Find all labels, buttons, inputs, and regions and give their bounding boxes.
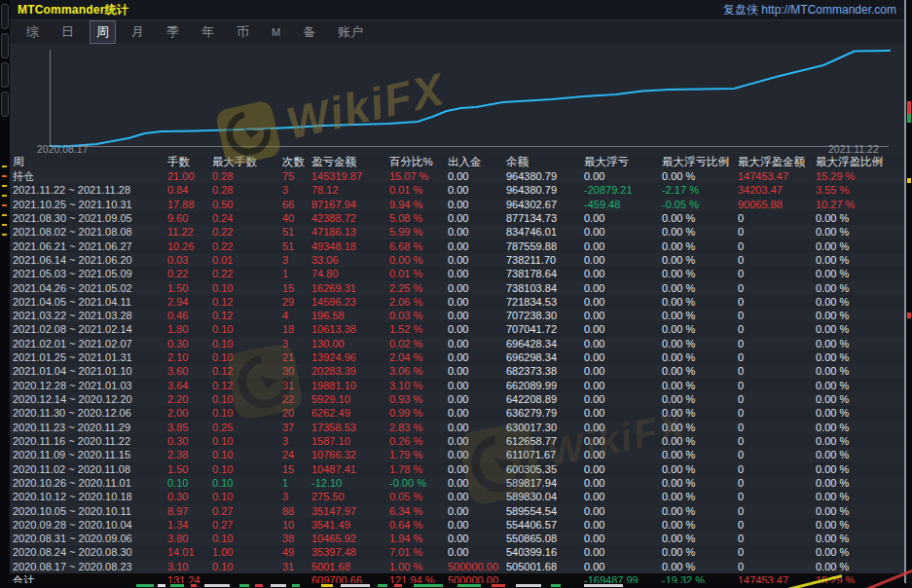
cell: 0.10 <box>212 532 282 545</box>
cell: 0.00 <box>584 448 662 461</box>
column-header: 最大浮盈比例 <box>816 154 904 169</box>
menu-item-日[interactable]: 日 <box>55 20 81 44</box>
menu-item-月[interactable]: 月 <box>125 20 151 44</box>
cell: 3.85 <box>167 421 212 434</box>
cell: 2.94 <box>167 295 212 309</box>
menu-item-账户[interactable]: 账户 <box>331 20 370 44</box>
cell: 13924.96 <box>311 350 389 364</box>
cell: 2021.01.04 ~ 2021.01.10 <box>13 364 167 378</box>
cell: 0.00 % <box>816 379 904 392</box>
table-row[interactable]: 2021.08.30 ~ 2021.09.059.600.244042388.7… <box>10 211 904 225</box>
menu-item-综[interactable]: 综 <box>19 20 46 44</box>
table-row[interactable]: 2021.02.08 ~ 2021.02.141.800.101810613.3… <box>10 322 904 336</box>
menu-item-M[interactable]: M <box>265 23 287 41</box>
menu-bar: 综日周月季年币M备账户 <box>10 20 904 45</box>
cell: 2020.08.31 ~ 2020.09.06 <box>13 532 167 545</box>
cell: 0.00 <box>584 295 662 309</box>
cell: 0 <box>738 518 816 532</box>
cell: 787559.88 <box>506 239 584 253</box>
table-row[interactable]: 2020.11.30 ~ 2020.12.062.000.10206262.49… <box>10 406 904 420</box>
cell: 696298.34 <box>506 350 584 364</box>
table-row[interactable]: 2021.04.26 ~ 2021.05.021.500.101516269.3… <box>10 281 904 295</box>
table-row[interactable]: 2021.06.21 ~ 2021.06.2710.260.225149348.… <box>10 239 904 253</box>
table-row[interactable]: 2020.12.28 ~ 2021.01.033.640.123119881.1… <box>10 379 904 392</box>
menu-item-币[interactable]: 币 <box>230 20 256 44</box>
cell: 21 <box>282 350 311 364</box>
cell: 0.00 % <box>662 267 738 280</box>
table-row[interactable]: 2021.01.25 ~ 2021.01.312.100.102113924.9… <box>10 350 904 364</box>
cell: 0.30 <box>167 337 212 350</box>
background-chart-marks <box>2 165 7 243</box>
cell: 35397.48 <box>311 545 389 559</box>
menu-item-年[interactable]: 年 <box>195 20 221 44</box>
cell: 0.10 <box>212 462 282 476</box>
cell: 2020.09.28 ~ 2020.10.04 <box>13 518 167 532</box>
cell: 0.00 <box>448 183 506 197</box>
cell: 1587.10 <box>311 434 389 448</box>
cell: 0.00 % <box>816 281 904 295</box>
cell: 0.00 <box>584 169 662 183</box>
table-row[interactable]: 2020.08.17 ~ 2020.08.233.100.10315001.68… <box>10 560 904 573</box>
cell: 2021.04.05 ~ 2021.04.11 <box>13 295 167 309</box>
cell: 696428.34 <box>506 337 584 350</box>
cell: 29 <box>282 295 311 309</box>
cell: 0.00 <box>448 198 506 211</box>
cell: 1.52 % <box>389 322 448 336</box>
menu-item-周[interactable]: 周 <box>90 20 116 44</box>
menu-item-季[interactable]: 季 <box>160 20 186 44</box>
cell: 0.00 <box>448 211 506 225</box>
cell: 38 <box>282 532 311 545</box>
table-row[interactable]: 2020.11.02 ~ 2020.11.081.500.101510487.4… <box>10 462 904 476</box>
cell: 0.00 % <box>816 462 904 476</box>
table-row[interactable]: 2021.10.25 ~ 2021.10.3117.880.506687167.… <box>10 198 904 211</box>
table-row[interactable]: 2021.04.05 ~ 2021.04.112.940.122914596.2… <box>10 295 904 309</box>
cell: 2020.10.05 ~ 2020.10.11 <box>13 504 167 518</box>
table-row[interactable]: 2021.11.22 ~ 2021.11.280.840.28378.120.0… <box>10 183 904 197</box>
table-row[interactable]: 2020.08.24 ~ 2020.08.3014.011.004935397.… <box>10 545 904 559</box>
table-row[interactable]: 2020.09.28 ~ 2020.10.041.340.27103541.49… <box>10 518 904 532</box>
cell: 0.84 <box>167 183 212 197</box>
table-row[interactable]: 2020.12.14 ~ 2020.12.202.200.10225929.10… <box>10 392 904 406</box>
table-row[interactable]: 2021.06.14 ~ 2021.06.200.030.01333.060.0… <box>10 253 904 267</box>
cell: 4 <box>282 309 311 322</box>
cell: 0.10 <box>212 406 282 420</box>
table-row[interactable]: 2021.02.01 ~ 2021.02.070.300.103130.000.… <box>10 337 904 350</box>
cell: 31 <box>282 560 311 573</box>
column-header: 最大手数 <box>212 154 282 169</box>
table-row[interactable]: 2020.11.09 ~ 2020.11.152.380.102410766.3… <box>10 448 904 461</box>
cell: 964380.79 <box>506 183 584 197</box>
cell: 10.26 <box>167 239 212 253</box>
column-header: 最大浮盈金额 <box>738 154 816 169</box>
table-row[interactable]: 2020.08.31 ~ 2020.09.063.800.103810465.9… <box>10 532 904 545</box>
cell: 0.03 <box>167 253 212 267</box>
candle-mark <box>907 114 911 123</box>
table-row[interactable]: 2020.11.16 ~ 2020.11.220.300.1031587.100… <box>10 434 904 448</box>
cell: 0.00 <box>584 350 662 364</box>
cell: 0.00 <box>584 490 662 503</box>
cell: 0.00 % <box>662 532 738 545</box>
cell: 147453.47 <box>738 169 816 183</box>
table-row[interactable]: 2021.03.22 ~ 2021.03.280.460.124196.580.… <box>10 309 904 322</box>
cell: 9.60 <box>167 211 212 225</box>
cell: 7.01 % <box>389 545 448 559</box>
table-row[interactable]: 2020.10.05 ~ 2020.10.118.970.278835147.9… <box>10 504 904 518</box>
menu-item-备[interactable]: 备 <box>296 20 322 44</box>
cell: 0.00 % <box>816 253 904 267</box>
table-row[interactable]: 2020.10.12 ~ 2020.10.180.300.103275.500.… <box>10 490 904 503</box>
table-row[interactable]: 2020.10.26 ~ 2020.11.010.100.101-12.10-0… <box>10 476 904 490</box>
cell: -20879.21 <box>584 183 662 197</box>
cell: 42388.72 <box>311 211 389 225</box>
table-row[interactable]: 2021.08.02 ~ 2021.08.0811.220.225147186.… <box>10 225 904 239</box>
cell: 0.22 <box>212 267 282 280</box>
cell: 0.00 % <box>816 532 904 545</box>
cell: 0.00 % <box>389 253 448 267</box>
table-row[interactable]: 持仓21.000.2875145319.8715.07 %0.00964380.… <box>10 169 904 183</box>
table-row[interactable]: 2020.11.23 ~ 2020.11.293.850.253717358.5… <box>10 421 904 434</box>
cell: 2021.11.22 ~ 2021.11.28 <box>13 183 167 197</box>
cell: 1.78 % <box>389 462 448 476</box>
cell: 1.00 % <box>389 560 448 573</box>
cell: 3.80 <box>167 532 212 545</box>
table-row[interactable]: 2021.01.04 ~ 2021.01.103.600.123020283.3… <box>10 364 904 378</box>
cell: 1.50 <box>167 462 212 476</box>
table-row[interactable]: 2021.05.03 ~ 2021.05.090.220.22174.800.0… <box>10 267 904 280</box>
